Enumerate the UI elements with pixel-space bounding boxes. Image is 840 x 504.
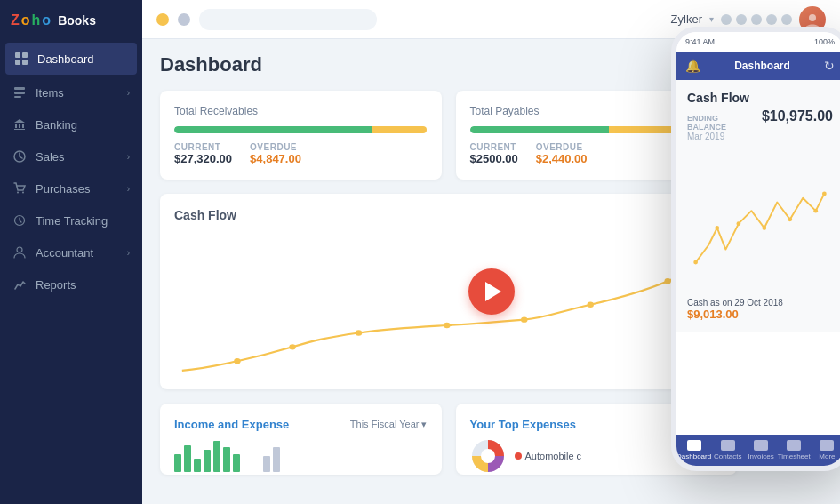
receivables-title: Total Receivables [174,105,428,117]
top-expenses-title: Your Top Expenses [470,418,576,431]
phone-nav-contacts[interactable]: Contacts [711,440,744,460]
expenses-pie-chart [470,438,506,474]
payables-overdue-block: OVERDUE $2,440.00 [536,142,588,165]
phone-nav-contacts-icon [721,440,735,451]
svg-point-21 [521,316,527,322]
play-icon [485,282,501,301]
phone-nav-more-icon [820,440,834,451]
svg-rect-0 [15,52,20,58]
play-button[interactable] [468,268,515,315]
topbar-dot-1 [721,14,732,25]
banking-icon [12,117,27,132]
sidebar-purchases-label: Purchases [36,182,118,196]
phone-chart-area [687,148,833,291]
svg-point-32 [788,217,792,221]
payables-overdue-amount: $2,440.00 [536,152,588,165]
automobile-row: Automobile c [515,451,582,461]
svg-point-23 [664,278,670,284]
phone-nav-more-label: More [819,452,835,460]
payables-current-amount: $2500.00 [470,152,518,165]
phone-cash-note-date: Cash as on 29 Oct 2018 [687,298,833,308]
sidebar-accountant-label: Accountant [36,246,118,260]
phone-nav-invoices-icon [754,440,768,451]
svg-rect-9 [22,124,24,128]
bar-4 [204,450,211,472]
phone-balance-date: Mar 2019 [687,132,758,141]
sidebar-dashboard-label: Dashboard [37,52,128,66]
bar-5 [213,441,220,472]
zoho-logo: Zoho [11,12,51,28]
svg-point-20 [444,323,450,328]
sidebar-item-reports[interactable]: Reports [0,268,142,300]
receivables-current-label: CURRENT [174,142,232,152]
bar-gray-2 [273,447,280,472]
phone-nav-timesheet-icon [787,440,801,451]
svg-point-34 [822,191,827,196]
svg-point-22 [588,302,594,308]
sidebar-banking-label: Banking [36,118,130,132]
automobile-dot [515,452,522,460]
svg-point-12 [17,192,19,194]
svg-point-30 [736,221,740,226]
svg-point-15 [17,247,22,252]
logo-o2: o [42,12,51,28]
payables-current-label: CURRENT [470,142,518,152]
sidebar-item-dashboard[interactable]: Dashboard [5,43,137,75]
receivables-progress-bar [174,126,428,133]
receivables-overdue-amount: $4,847.00 [250,152,301,165]
phone-balance-block: ENDING BALANCE Mar 2019 $10,975.00 [687,108,833,141]
items-icon [12,85,27,100]
svg-rect-4 [14,87,25,90]
sales-icon [12,149,27,164]
phone-nav-dashboard-icon [687,440,701,451]
phone-nav-dashboard[interactable]: Dashboard [676,440,711,460]
income-expense-title: Income and Expense [174,418,289,431]
phone-nav-timesheet-label: Timesheet [778,452,811,460]
phone-balance-info: ENDING BALANCE Mar 2019 [687,114,758,141]
sidebar-item-items[interactable]: Items › [0,76,142,108]
receivables-yellow-bar [372,126,428,133]
sidebar-reports-label: Reports [36,278,130,292]
income-expense-chart [174,438,428,472]
fiscal-year-dropdown[interactable]: This Fiscal Year ▾ [350,419,428,430]
phone-nav-dashboard-label: Dashboard [676,452,711,460]
phone-refresh-icon[interactable]: ↻ [824,59,835,73]
receivables-current-block: CURRENT $27,320.00 [174,142,232,165]
bar-3 [194,459,201,472]
topbar-dot-5 [781,14,792,25]
svg-rect-5 [14,92,25,94]
sidebar-item-purchases[interactable]: Purchases › [0,172,142,204]
payables-overdue-label: OVERDUE [536,142,588,152]
purchases-icon [12,181,27,196]
phone-nav-invoices-label: Invoices [748,452,773,460]
phone-battery: 100% [814,37,835,46]
phone-nav-more[interactable]: More [811,440,840,460]
items-chevron-icon: › [127,88,130,98]
total-receivables-card: Total Receivables CURRENT $27,320.00 OVE… [160,91,442,180]
sidebar-time-label: Time Tracking [36,214,130,228]
app-container: Zoho Books Dashboard [0,0,840,504]
phone-bell-icon: 🔔 [685,59,700,73]
svg-point-18 [289,344,295,349]
svg-rect-7 [15,124,17,128]
bar-6 [223,447,230,472]
sidebar: Zoho Books Dashboard [0,0,142,504]
bar-7 [233,454,240,472]
sidebar-item-sales[interactable]: Sales › [0,140,142,172]
receivables-current-amount: $27,320.00 [174,152,232,165]
phone-time: 9:41 AM [685,37,715,46]
sidebar-item-time-tracking[interactable]: Time Tracking [0,204,142,236]
logo-z: Z [11,12,20,28]
phone-screen: 9:41 AM 100% 🔔 Dashboard ↻ Cash Flow END… [676,32,840,466]
sales-chevron-icon: › [127,152,130,162]
phone-content: Cash Flow ENDING BALANCE Mar 2019 $10,97… [676,80,840,332]
bar-1 [174,454,181,472]
sidebar-item-accountant[interactable]: Accountant › [0,236,142,268]
sidebar-item-banking[interactable]: Banking [0,108,142,140]
phone-nav-invoices[interactable]: Invoices [744,440,777,460]
dropdown-arrow[interactable]: ▾ [709,14,714,24]
topbar-dot-3 [751,14,762,25]
phone-navbar: 🔔 Dashboard ↻ [676,52,840,80]
phone-balance-row: ENDING BALANCE Mar 2019 $10,975.00 [687,108,833,141]
phone-nav-timesheet[interactable]: Timesheet [778,440,811,460]
